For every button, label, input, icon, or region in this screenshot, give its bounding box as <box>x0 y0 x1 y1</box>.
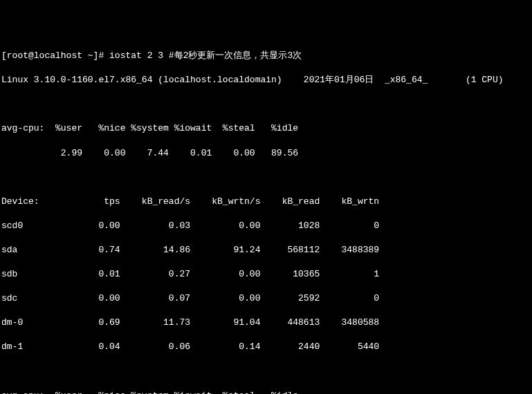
blank-line <box>1 365 531 377</box>
blank-line <box>1 98 531 111</box>
device-row: dm-0 0.69 11.73 91.04 448613 3480588 <box>1 317 531 329</box>
blank-line <box>1 171 531 184</box>
cpu-header: avg-cpu: %user %nice %system %iowait %st… <box>1 390 531 395</box>
cpu-row: 2.99 0.00 7.44 0.01 0.00 89.56 <box>1 147 531 160</box>
cpu-header: avg-cpu: %user %nice %system %iowait %st… <box>1 122 531 135</box>
device-row: sda 0.74 14.86 91.24 568112 3488389 <box>1 244 531 256</box>
device-header: Device: tps kB_read/s kB_wrtn/s kB_read … <box>1 196 531 208</box>
device-row: sdb 0.01 0.27 0.00 10365 1 <box>1 268 531 281</box>
shell-prompt-line[interactable]: [root@localhost ~]# iostat 2 3 #每2秒更新一次信… <box>1 50 531 62</box>
device-row: sdc 0.00 0.07 0.00 2592 0 <box>1 292 531 305</box>
system-info-line: Linux 3.10.0-1160.el7.x86_64 (localhost.… <box>1 74 531 86</box>
device-row: dm-1 0.04 0.06 0.14 2440 5440 <box>1 341 531 353</box>
device-row: scd0 0.00 0.03 0.00 1028 0 <box>1 220 531 232</box>
